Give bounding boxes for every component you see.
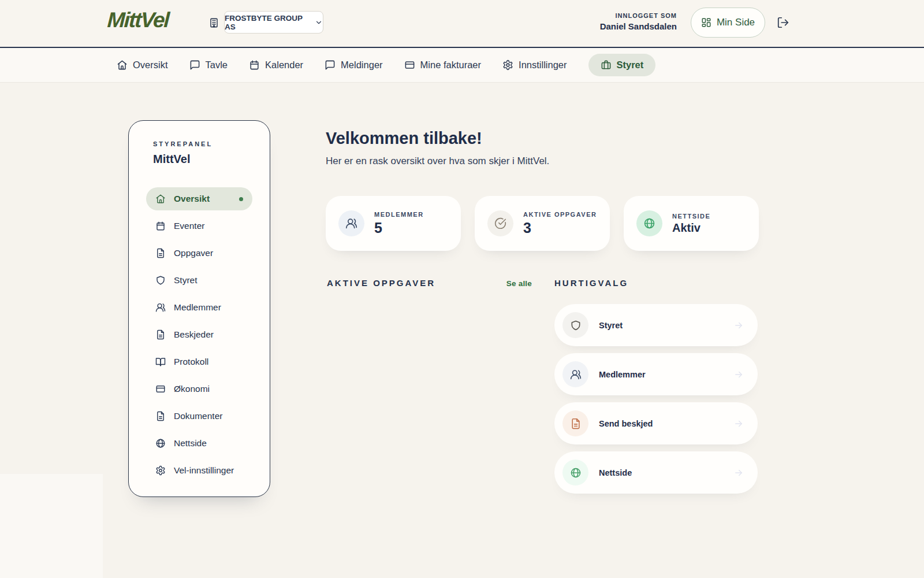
min-side-button[interactable]: Min Side xyxy=(691,8,765,38)
calendar-icon xyxy=(249,60,260,71)
tab-oversikt[interactable]: Oversikt xyxy=(117,60,168,71)
file-text-icon xyxy=(562,410,588,436)
logged-in-info: INNLOGGET SOM Daniel Sandsdalen xyxy=(520,12,677,31)
check-circle-icon xyxy=(487,210,513,236)
sidebar-item-oppgaver[interactable]: Oppgaver xyxy=(146,242,252,265)
organization-select[interactable]: FROSTBYTE GROUP AS xyxy=(224,11,323,34)
sidebar-item-nettside[interactable]: Nettside xyxy=(146,432,252,455)
home-icon xyxy=(117,60,128,71)
briefcase-icon xyxy=(601,60,612,71)
calendar-icon xyxy=(155,221,166,231)
quick-access-section: HURTIGVALG Styret Medlemmer Send beskjed… xyxy=(554,278,758,494)
dashboard-grid-icon xyxy=(701,17,711,28)
quick-card-medlemmer[interactable]: Medlemmer xyxy=(554,353,758,395)
sidebar-item-label: Styret xyxy=(174,275,197,286)
stat-card-medlemmer: MEDLEMMER 5 xyxy=(326,196,461,251)
chevron-down-icon xyxy=(315,18,323,27)
stat-label: AKTIVE OPPGAVER xyxy=(523,211,597,218)
active-dot xyxy=(239,197,243,201)
sidebar-item-styret[interactable]: Styret xyxy=(146,269,252,292)
message-square-icon xyxy=(189,60,200,71)
sidebar-item-eventer[interactable]: Eventer xyxy=(146,214,252,238)
panel-label: STYREPANEL xyxy=(146,140,252,147)
gear-icon xyxy=(502,60,513,71)
users-icon xyxy=(562,361,588,387)
file-text-icon xyxy=(155,248,166,258)
sidebar-item-beskjeder[interactable]: Beskjeder xyxy=(146,323,252,346)
sidebar-item-label: Oppgaver xyxy=(174,248,213,258)
tab-meldinger[interactable]: Meldinger xyxy=(325,60,382,71)
mittvel-logo: MittVel xyxy=(107,8,169,32)
stat-label: MEDLEMMER xyxy=(374,211,424,218)
sidebar-item-label: Protokoll xyxy=(174,357,208,367)
shield-icon xyxy=(562,312,588,338)
sidebar-item-label: Eventer xyxy=(174,221,204,231)
tab-label: Mine fakturaer xyxy=(420,60,481,71)
file-text-icon xyxy=(155,411,166,421)
sidebar-item-label: Økonomi xyxy=(174,384,210,394)
tab-mine-fakturaer[interactable]: Mine fakturaer xyxy=(404,60,481,71)
sidebar-item-dokumenter[interactable]: Dokumenter xyxy=(146,405,252,428)
tab-innstillinger[interactable]: Innstillinger xyxy=(502,60,567,71)
sidebar-item-okonomi[interactable]: Økonomi xyxy=(146,377,252,401)
sidebar-item-label: Vel-innstillinger xyxy=(174,465,234,476)
arrow-right-icon xyxy=(733,468,744,478)
message-square-icon xyxy=(325,60,336,71)
top-navigation: Oversikt Tavle Kalender Meldinger Mine f… xyxy=(0,47,924,83)
app-header: MittVel FROSTBYTE GROUP AS INNLOGGET SOM… xyxy=(0,0,924,47)
arrow-right-icon xyxy=(733,369,744,380)
gear-icon xyxy=(155,465,166,476)
sidebar-item-vel-innstillinger[interactable]: Vel-innstillinger xyxy=(146,459,252,482)
stat-value: 3 xyxy=(523,220,597,236)
globe-icon xyxy=(562,460,588,486)
tab-tavle[interactable]: Tavle xyxy=(189,60,228,71)
quick-access-heading: HURTIGVALG xyxy=(554,278,758,288)
quick-card-label: Medlemmer xyxy=(599,370,646,379)
globe-icon xyxy=(636,210,662,236)
stat-value: 5 xyxy=(374,220,424,236)
active-tasks-heading: AKTIVE OPPGAVER xyxy=(327,278,435,288)
sidebar-item-medlemmer[interactable]: Medlemmer xyxy=(146,296,252,319)
background-corner-patch xyxy=(0,474,103,578)
quick-card-styret[interactable]: Styret xyxy=(554,304,758,346)
quick-card-label: Send beskjed xyxy=(599,419,653,428)
active-tasks-section: AKTIVE OPPGAVER Se alle xyxy=(327,278,532,288)
arrow-right-icon xyxy=(733,418,744,429)
tab-label: Tavle xyxy=(206,60,228,71)
file-text-icon xyxy=(155,329,166,340)
quick-card-label: Styret xyxy=(599,321,623,330)
stat-label: NETTSIDE xyxy=(672,213,710,220)
book-open-icon xyxy=(155,357,166,367)
organization-select-value: FROSTBYTE GROUP AS xyxy=(225,14,309,31)
stat-card-aktive-oppgaver: AKTIVE OPPGAVER 3 xyxy=(475,196,610,251)
sidebar-item-protokoll[interactable]: Protokoll xyxy=(146,350,252,373)
stats-row: MEDLEMMER 5 AKTIVE OPPGAVER 3 NETTSIDE A… xyxy=(326,196,759,251)
sidebar-item-label: Nettside xyxy=(174,438,207,449)
sidebar-item-oversikt[interactable]: Oversikt xyxy=(146,187,252,210)
tab-label: Styret xyxy=(617,60,644,71)
quick-card-nettside[interactable]: Nettside xyxy=(554,451,758,494)
credit-card-icon xyxy=(155,384,166,394)
users-icon xyxy=(155,302,166,313)
tab-styret[interactable]: Styret xyxy=(588,54,656,76)
arrow-right-icon xyxy=(733,320,744,331)
stat-card-nettside: NETTSIDE Aktiv xyxy=(624,196,759,251)
globe-icon xyxy=(155,438,166,449)
log-out-icon[interactable] xyxy=(777,16,789,29)
tab-label: Innstillinger xyxy=(519,60,567,71)
sidebar-item-label: Dokumenter xyxy=(174,411,222,421)
quick-card-label: Nettside xyxy=(599,468,632,477)
tab-label: Meldinger xyxy=(341,60,382,71)
tab-label: Oversikt xyxy=(133,60,168,71)
page-subtitle: Her er en rask oversikt over hva som skj… xyxy=(326,155,549,167)
quick-card-send-beskjed[interactable]: Send beskjed xyxy=(554,402,758,444)
see-all-link[interactable]: Se alle xyxy=(506,279,532,288)
user-name: Daniel Sandsdalen xyxy=(520,21,677,31)
tab-label: Kalender xyxy=(265,60,303,71)
page-title: Velkommen tilbake! xyxy=(326,129,482,148)
styrepanel-sidebar: STYREPANEL MittVel Oversikt Eventer Oppg… xyxy=(128,120,270,497)
min-side-label: Min Side xyxy=(717,17,755,28)
quick-access-list: Styret Medlemmer Send beskjed Nettside xyxy=(554,304,758,494)
tab-kalender[interactable]: Kalender xyxy=(249,60,303,71)
shield-icon xyxy=(155,275,166,286)
